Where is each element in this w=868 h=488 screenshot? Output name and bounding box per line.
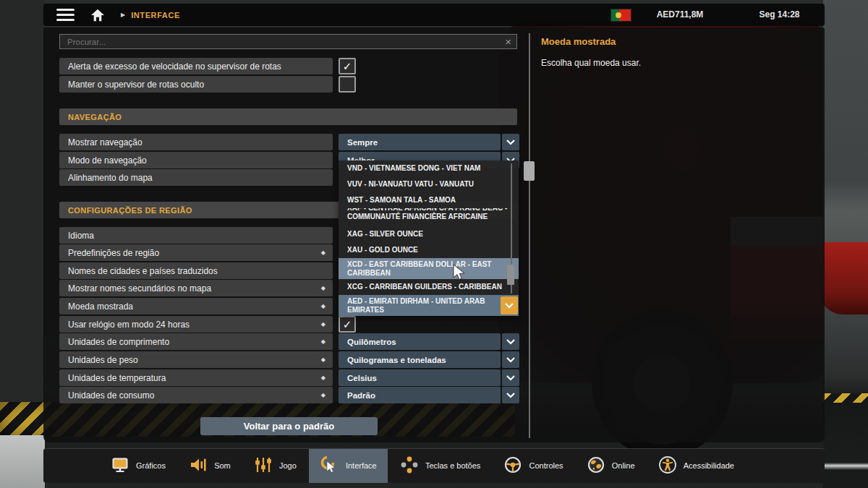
dropdown-value[interactable]: Padrão xyxy=(339,387,501,403)
info-panel-description: Escolha qual moeda usar. xyxy=(541,58,641,68)
money-display: AED711,8M xyxy=(622,4,738,26)
info-panel-title: Moeda mostrada xyxy=(541,36,616,47)
tab-graphics[interactable]: Gráficos xyxy=(100,449,176,483)
sliders-icon xyxy=(254,455,273,477)
chevron-down-icon[interactable] xyxy=(502,333,519,350)
reset-defaults-button[interactable]: Voltar para o padrão xyxy=(200,417,378,435)
tab-accessibility[interactable]: Acessibilidade xyxy=(647,449,745,483)
cursor-swirl-icon xyxy=(320,455,339,477)
ets2-options-screen: ▶ INTERFACE AED711,8M Seg 14:28 × Alerta… xyxy=(0,0,868,488)
dropdown-value[interactable]: Sempre xyxy=(339,134,501,150)
search-input[interactable] xyxy=(60,38,500,46)
tab-online[interactable]: Online xyxy=(576,449,646,483)
monitor-icon xyxy=(111,455,129,477)
setting-label-translated-names: Nomes de cidades e países traduzidos xyxy=(59,262,333,279)
currency-option[interactable]: WST - SAMOAN TALA - SAMOA xyxy=(339,192,519,208)
hazard-stripe-right xyxy=(823,393,868,403)
tab-game[interactable]: Jogo xyxy=(243,449,307,483)
time-display: Seg 14:28 xyxy=(723,4,835,26)
panel-scrollbar-track[interactable] xyxy=(529,33,530,438)
settings-tab-bar: Gráficos Som Jogo Interface Teclas e bot… xyxy=(43,448,825,483)
top-bar: ▶ INTERFACE AED711,8M Seg 14:28 xyxy=(43,4,825,26)
dropdown-value[interactable]: Quilômetros xyxy=(339,333,501,350)
checkbox-speed-alert[interactable]: ✓ xyxy=(339,58,356,74)
modified-diamond-icon: ◆ xyxy=(321,356,326,363)
tab-keys-buttons[interactable]: Teclas e botões xyxy=(389,449,491,483)
currency-option[interactable]: VUV - NI-VANUATU VATU - VANUATU xyxy=(339,176,519,192)
accessibility-person-icon xyxy=(658,455,677,477)
truck-fender-backdrop xyxy=(819,242,868,314)
chevron-down-icon[interactable] xyxy=(502,351,519,368)
checkbox-24h-clock[interactable]: ✓ xyxy=(339,316,356,333)
modified-diamond-icon: ◆ xyxy=(321,303,326,309)
dropdown-value[interactable]: Quilogramas e toneladas xyxy=(339,351,501,368)
garage-wall-left xyxy=(0,0,45,488)
panel-scrollbar-thumb[interactable] xyxy=(524,161,535,181)
menu-icon[interactable] xyxy=(56,9,75,22)
home-icon[interactable] xyxy=(90,9,105,22)
setting-label-map-alignment: Alinhamento do mapa xyxy=(59,169,333,186)
section-header-navigation: NAVEGAÇÃO xyxy=(59,108,517,125)
setting-label-language: Idioma xyxy=(59,227,333,244)
breadcrumb: INTERFACE xyxy=(131,11,180,20)
breadcrumb-chevron-icon: ▶ xyxy=(121,12,125,18)
tab-interface[interactable]: Interface xyxy=(309,449,388,483)
currency-option-selected[interactable]: AED - EMIRATI DIRHAM - UNITED ARAB EMIRA… xyxy=(339,295,519,316)
chevron-down-icon[interactable] xyxy=(502,387,519,403)
settings-panel: × Alerta de excesso de velocidade no sup… xyxy=(43,27,825,442)
setting-label-speed-alert: Alerta de excesso de velocidade no super… xyxy=(59,58,333,74)
modified-diamond-icon: ◆ xyxy=(321,285,326,291)
currency-option[interactable]: XAF - CENTRAL AFRICAN CFA FRANC BEAC - C… xyxy=(339,208,519,226)
tab-controls[interactable]: Controles xyxy=(493,449,574,483)
chevron-down-icon[interactable] xyxy=(502,369,519,386)
setting-label-24h-clock: Usar relógio em modo 24 horas◆ xyxy=(59,316,333,333)
currency-option[interactable]: XAG - SILVER OUNCE xyxy=(339,226,519,242)
dropdown-consumption-units: Padrão xyxy=(339,387,519,403)
setting-label-navigation-mode: Modo de navegação xyxy=(59,152,333,168)
setting-label-secondary-names: Mostrar nomes secundários no mapa◆ xyxy=(59,280,333,296)
modified-diamond-icon: ◆ xyxy=(321,374,326,381)
setting-label-displayed-currency: Moeda mostrada◆ xyxy=(59,298,333,314)
setting-label-show-navigation: Mostrar navegação xyxy=(59,134,333,150)
modified-diamond-icon: ◆ xyxy=(321,249,326,256)
search-box: × xyxy=(59,34,517,49)
dropdown-scrollbar-thumb[interactable] xyxy=(507,265,514,285)
dropdown-value[interactable]: Celsius xyxy=(339,369,501,386)
modified-diamond-icon: ◆ xyxy=(321,338,326,345)
globe-icon xyxy=(587,455,605,477)
modified-diamond-icon: ◆ xyxy=(321,321,326,328)
floor-curb xyxy=(0,435,45,488)
speaker-icon xyxy=(189,455,208,477)
steering-wheel-icon xyxy=(503,455,522,477)
currency-dropdown-list: VND - VIETNAMESE DONG - VIET NAM VUV - N… xyxy=(339,160,519,316)
dropdown-temperature-units: Celsius xyxy=(339,369,519,386)
clear-search-icon[interactable]: × xyxy=(500,36,516,47)
dropdown-length-units: Quilômetros xyxy=(339,333,519,350)
setting-label-weight-units: Unidades de peso◆ xyxy=(59,351,333,368)
setting-label-consumption-units: Unidades de consumo◆ xyxy=(59,387,333,403)
modified-diamond-icon: ◆ xyxy=(321,392,326,398)
currency-option[interactable]: XAU - GOLD OUNCE xyxy=(339,242,519,258)
checkbox-hide-advisor[interactable] xyxy=(339,76,356,93)
tab-sound[interactable]: Som xyxy=(178,449,242,483)
chevron-up-toggle-icon[interactable] xyxy=(501,296,518,314)
dropdown-weight-units: Quilogramas e toneladas xyxy=(339,351,519,368)
currency-option-hovered[interactable]: XCD - EAST CARIBBEAN DOLLAR - EAST CARIB… xyxy=(339,258,519,279)
setting-label-region-presets: Predefinições de região◆ xyxy=(59,244,333,261)
currency-option[interactable]: XCG - CARRIBEAN GUILDERS - CARIBBEAN xyxy=(339,279,519,295)
chevron-down-icon[interactable] xyxy=(502,134,519,150)
dropdown-show-navigation: Sempre xyxy=(339,134,519,150)
gamepad-buttons-icon xyxy=(400,455,419,477)
setting-label-length-units: Unidades de comprimento◆ xyxy=(59,333,333,350)
setting-label-temperature-units: Unidades de temperatura◆ xyxy=(59,369,333,386)
currency-option[interactable]: VND - VIETNAMESE DONG - VIET NAM xyxy=(339,160,519,176)
setting-label-hide-advisor: Manter o supervisor de rotas oculto xyxy=(59,76,333,93)
